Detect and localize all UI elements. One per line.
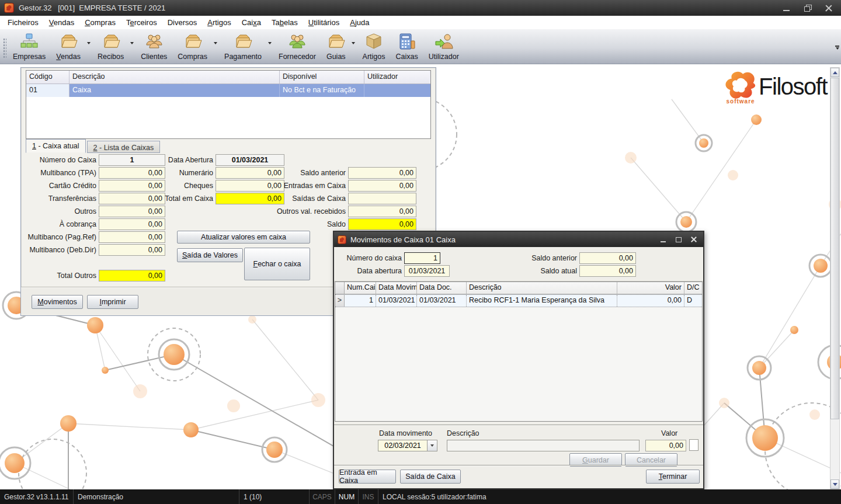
menu-caixa[interactable]: Caixa bbox=[237, 16, 266, 29]
application-window: Gestor.32 [001] EMPRESA TESTE / 2021 Fic… bbox=[0, 0, 841, 504]
transferencias-field[interactable] bbox=[99, 193, 165, 204]
saldo-field[interactable] bbox=[348, 218, 416, 230]
menu-compras[interactable]: Compras bbox=[79, 16, 121, 29]
toolbar-caixas-button[interactable]: Caixas bbox=[391, 29, 423, 64]
menu-diversos[interactable]: Diversos bbox=[162, 16, 203, 29]
toolbar-compras-dropdown[interactable] bbox=[212, 32, 218, 55]
outros-val-recebidos-field[interactable] bbox=[348, 206, 416, 217]
numerario-label: Numerário bbox=[163, 169, 216, 177]
close-icon[interactable] bbox=[690, 237, 697, 243]
col-disponivel[interactable]: Disponível bbox=[280, 71, 364, 84]
scroll-up-icon[interactable] bbox=[830, 68, 839, 77]
dlg-abertura-field[interactable] bbox=[404, 265, 450, 277]
toolbar-recibos-button[interactable]: Recibos bbox=[93, 29, 128, 64]
toolbar-artigos-button[interactable]: Artigos bbox=[358, 29, 390, 64]
tab-caixa-atual[interactable]: 1 - Caixa atual bbox=[26, 139, 86, 153]
col-dc[interactable]: D/C bbox=[684, 282, 701, 294]
valor-label: Valor bbox=[661, 429, 677, 437]
grid-header: Num.Caixa Data Movim. Data Doc. Descriçã… bbox=[335, 282, 702, 294]
outros-field[interactable] bbox=[99, 206, 165, 217]
multibanco-debdir-field[interactable] bbox=[99, 244, 165, 256]
data-abertura-field[interactable] bbox=[216, 154, 284, 166]
toolbar-clientes-button[interactable]: Clientes bbox=[136, 29, 172, 64]
data-movimento-combo[interactable] bbox=[378, 440, 437, 451]
descricao-label: Descrição bbox=[447, 429, 479, 437]
toolbar-fornecedor-button[interactable]: Fornecedor bbox=[274, 29, 321, 64]
numero-caixa-label: Número do Caixa bbox=[26, 156, 99, 164]
col-data-doc[interactable]: Data Doc. bbox=[417, 282, 467, 294]
toolbar-guias-button[interactable]: Guias bbox=[322, 29, 350, 64]
dialog-title: Movimentos de Caixa 01 Caixa bbox=[350, 235, 456, 244]
col-descricao[interactable]: Descrição bbox=[467, 282, 617, 294]
col-utilizador[interactable]: Utilizador bbox=[364, 71, 429, 84]
maximize-icon[interactable] bbox=[675, 237, 682, 243]
col-num-caixa[interactable]: Num.Caixa bbox=[345, 282, 376, 294]
menu-ficheiros[interactable]: Ficheiros bbox=[2, 16, 44, 29]
multibanco-pagref-field[interactable] bbox=[99, 231, 165, 243]
menu-terceiros[interactable]: Terceiros bbox=[121, 16, 162, 29]
table-row[interactable]: 01 Caixa No Bct e na Faturação bbox=[26, 84, 430, 97]
scroll-down-icon[interactable] bbox=[830, 479, 839, 489]
toolbar-compras-button[interactable]: Compras bbox=[173, 29, 212, 64]
scrollbar-thumb[interactable] bbox=[830, 78, 839, 419]
menu-utilitarios[interactable]: Utilitários bbox=[303, 16, 345, 29]
minimize-icon[interactable] bbox=[783, 5, 791, 12]
toolbar-recibos-dropdown[interactable] bbox=[128, 32, 135, 55]
dc-flag-box[interactable] bbox=[689, 439, 698, 451]
data-movimento-value[interactable] bbox=[378, 440, 427, 451]
col-descricao[interactable]: Descrição bbox=[69, 71, 280, 84]
fechar-o-caixa-button[interactable]: Fechar o caixa bbox=[244, 248, 310, 280]
table-row[interactable]: > 1 01/03/2021 01/03/2021 Recibo RCF1-1 … bbox=[335, 294, 702, 307]
menu-tabelas[interactable]: Tabelas bbox=[266, 16, 303, 29]
status-num: NUM bbox=[335, 489, 359, 504]
numero-caixa-field[interactable] bbox=[99, 154, 165, 166]
vertical-scrollbar[interactable] bbox=[830, 67, 840, 489]
combo-dropdown-icon[interactable] bbox=[427, 440, 437, 451]
toolbar-pagamento-button[interactable]: Pagamento bbox=[220, 29, 266, 64]
toolbar-vendas-button[interactable]: Vendas bbox=[51, 29, 85, 64]
tab-lista-de-caixas[interactable]: 2 - Lista de Caixas bbox=[87, 141, 161, 153]
folder-icon bbox=[183, 32, 202, 51]
minimize-icon[interactable] bbox=[660, 237, 667, 243]
close-icon[interactable] bbox=[825, 5, 833, 12]
dlg-numero-field[interactable] bbox=[404, 252, 440, 264]
toolbar-grip[interactable] bbox=[2, 37, 6, 58]
total-em-caixa-label: Total em Caixa bbox=[157, 194, 216, 203]
toolbar-utilizador-button[interactable]: Utilizador bbox=[424, 29, 464, 64]
toolbar-vendas-dropdown[interactable] bbox=[85, 32, 92, 55]
saidas-de-caixa-field[interactable] bbox=[348, 193, 416, 204]
toolbar-empresas-button[interactable]: Empresas bbox=[8, 29, 50, 64]
toolbar-pagamento-dropdown[interactable] bbox=[266, 32, 273, 55]
dlg-saldo-anterior-field[interactable] bbox=[579, 252, 636, 264]
col-codigo[interactable]: Código bbox=[26, 71, 69, 84]
a-cobranca-field[interactable] bbox=[99, 218, 165, 230]
menu-ajuda[interactable]: Ajuda bbox=[345, 16, 374, 29]
data-movimento-label: Data movimento bbox=[379, 429, 432, 437]
terminar-button[interactable]: Terminar bbox=[646, 470, 700, 484]
menu-artigos[interactable]: Artigos bbox=[202, 16, 236, 29]
toolbar-overflow-icon[interactable] bbox=[835, 46, 839, 50]
saida-de-caixa-button[interactable]: Saída de Caixa bbox=[400, 470, 461, 484]
movimentos-button[interactable]: Movimentos bbox=[32, 295, 83, 309]
people-green-icon bbox=[288, 32, 307, 51]
cartao-credito-field[interactable] bbox=[99, 180, 165, 192]
atualizar-valores-button[interactable]: Atualizar valores em caixa bbox=[177, 231, 310, 244]
entradas-em-caixa-field[interactable] bbox=[348, 180, 416, 192]
cell-descricao: Recibo RCF1-1 Maria Esperança da Silva bbox=[467, 295, 617, 307]
menu-vendas[interactable]: Vendas bbox=[44, 16, 79, 29]
restore-icon[interactable] bbox=[804, 5, 812, 12]
dlg-saldo-atual-field[interactable] bbox=[579, 265, 636, 277]
imprimir-button[interactable]: Imprimir bbox=[87, 295, 138, 309]
saida-de-valores-button[interactable]: Saída de Valores bbox=[177, 248, 243, 262]
col-data-movim[interactable]: Data Movim. bbox=[376, 282, 417, 294]
calculator-icon bbox=[398, 32, 416, 51]
col-valor[interactable]: Valor bbox=[617, 282, 684, 294]
entrada-em-caixa-button[interactable]: Entrada em Caixa bbox=[339, 470, 396, 484]
valor-input[interactable] bbox=[645, 440, 686, 451]
saldo-anterior-field[interactable] bbox=[348, 167, 416, 179]
total-outros-field[interactable] bbox=[99, 270, 165, 281]
multibanco-tpa-field[interactable] bbox=[99, 167, 165, 179]
toolbar-guias-dropdown[interactable] bbox=[350, 32, 357, 55]
status-bar: Gestor.32 v13.1.1.11 Demonstração 1 (10)… bbox=[0, 489, 841, 504]
descricao-input[interactable] bbox=[447, 440, 640, 451]
